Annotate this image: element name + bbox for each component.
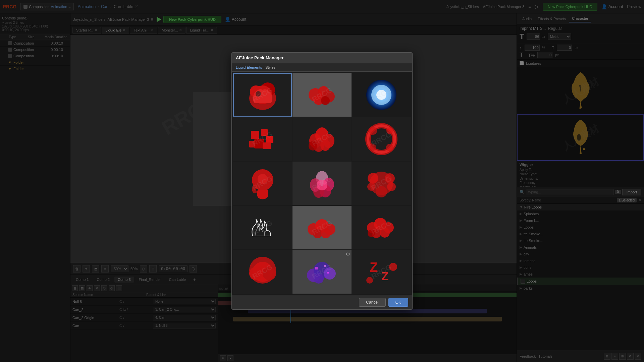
modal-cell-10[interactable]: RRCG (233, 206, 292, 249)
svg-point-6 (256, 91, 261, 97)
modal-cell-6[interactable]: RRCG (352, 117, 411, 161)
fire-svg-petals (304, 121, 340, 158)
svg-point-31 (386, 144, 393, 151)
modal-grid: RRCG RRCG (232, 72, 412, 295)
svg-point-64 (324, 267, 336, 280)
fire-svg-2 (304, 76, 340, 113)
fire-svg-burst2 (363, 165, 400, 202)
svg-text:Z: Z (381, 269, 388, 283)
svg-point-51 (321, 228, 331, 238)
modal-cell-12[interactable]: RRCG (352, 206, 411, 249)
svg-rect-67 (324, 265, 326, 267)
svg-rect-18 (266, 136, 273, 143)
svg-point-32 (370, 144, 376, 151)
ok-button[interactable]: OK (388, 298, 408, 307)
svg-rect-15 (251, 131, 259, 139)
modal-cell-14[interactable]: ⚙ RRCG (292, 250, 351, 294)
svg-point-45 (367, 183, 375, 191)
modal-cell-7[interactable]: RRCG (233, 162, 292, 205)
fire-svg-large (244, 253, 281, 290)
svg-rect-20 (263, 142, 271, 149)
modal-cell-13[interactable]: RRCG (233, 250, 292, 294)
modal-cell-9[interactable]: RRCG (352, 162, 411, 205)
breadcrumb-root: Liquid Elements (236, 65, 262, 69)
svg-point-43 (385, 173, 395, 183)
modal-cell-3[interactable]: RRCG (352, 73, 411, 117)
svg-point-57 (368, 230, 375, 237)
cancel-button[interactable]: Cancel (359, 298, 385, 307)
svg-point-56 (380, 228, 390, 238)
modal-title: AEJuice Pack Manager (236, 55, 283, 60)
modal-header: AEJuice Pack Manager (232, 53, 412, 63)
fire-svg-outline (244, 209, 281, 246)
svg-point-34 (258, 174, 268, 184)
modal-footer: Cancel OK (232, 295, 412, 309)
svg-point-40 (317, 180, 327, 190)
svg-point-29 (369, 127, 377, 135)
svg-point-11 (321, 96, 330, 105)
fire-svg-purple (304, 253, 340, 290)
modal-cell-5[interactable]: RRCG (292, 117, 351, 161)
svg-point-65 (314, 274, 324, 284)
modal-cell-4[interactable]: RRCG (233, 117, 292, 161)
fire-svg-zz: Z Z (363, 253, 400, 290)
modal-cell-8[interactable]: RRCG (292, 162, 351, 205)
breadcrumb-sub: Styles (265, 65, 275, 69)
modal-breadcrumb: Liquid Elements - Styles (232, 63, 412, 72)
modal-cell-15[interactable]: Z Z RRCG (352, 250, 411, 294)
svg-point-14 (376, 90, 386, 100)
settings-gear-icon[interactable]: ⚙ (346, 251, 350, 257)
modal-cell-1[interactable]: RRCG (233, 73, 292, 117)
modal-overlay: AEJuice Pack Manager Liquid Elements - S… (0, 0, 644, 362)
svg-point-30 (386, 127, 393, 134)
svg-rect-19 (249, 141, 255, 147)
modal-cell-2[interactable]: RRCG (292, 73, 351, 117)
modal-cell-11[interactable]: RRCG (292, 206, 351, 249)
fire-svg-1 (244, 76, 281, 113)
svg-point-25 (320, 139, 330, 151)
svg-point-26 (309, 141, 317, 150)
fire-svg-flower (304, 165, 340, 202)
svg-point-42 (368, 173, 378, 184)
svg-point-61 (263, 267, 276, 280)
svg-point-71 (389, 263, 397, 271)
fire-svg-ring (363, 121, 400, 158)
svg-point-44 (376, 186, 387, 197)
aejuice-modal: AEJuice Pack Manager Liquid Elements - S… (231, 52, 413, 310)
fire-svg-cluster (304, 209, 340, 246)
svg-point-72 (366, 277, 373, 284)
svg-rect-16 (261, 129, 268, 136)
fire-svg-drip (244, 165, 281, 202)
fire-svg-blocks (244, 121, 281, 158)
fire-svg-cluster2 (363, 209, 400, 246)
svg-rect-68 (327, 272, 329, 274)
fire-svg-blue (363, 76, 400, 113)
svg-rect-66 (315, 267, 318, 269)
svg-text:Z: Z (370, 260, 378, 275)
svg-point-46 (387, 182, 396, 191)
svg-point-60 (249, 267, 263, 280)
modal-content: RRCG RRCG (232, 72, 412, 295)
